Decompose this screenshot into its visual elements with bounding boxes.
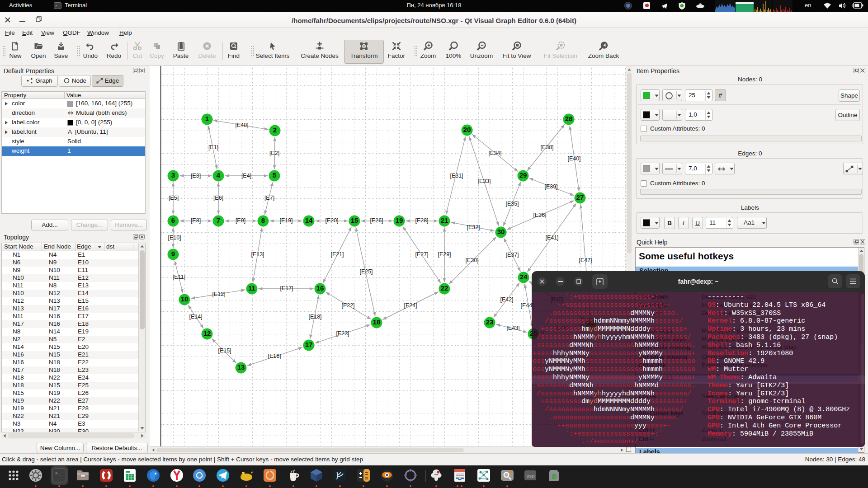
svg-text:24: 24 <box>520 273 528 281</box>
svg-text:3: 3 <box>171 171 175 179</box>
svg-text:[E25]: [E25] <box>359 268 373 275</box>
svg-text:8: 8 <box>261 216 265 224</box>
svg-text:[E27]: [E27] <box>415 251 428 258</box>
svg-text:[E8]: [E8] <box>191 217 201 224</box>
svg-text:[E5]: [E5] <box>169 195 179 201</box>
svg-text:15: 15 <box>351 216 359 224</box>
svg-text:[E41]: [E41] <box>545 235 558 241</box>
svg-text:9: 9 <box>171 250 175 258</box>
svg-text:11: 11 <box>248 284 255 292</box>
svg-text:20: 20 <box>463 126 471 133</box>
svg-text:[E28]: [E28] <box>415 217 428 224</box>
svg-text:2: 2 <box>273 126 277 134</box>
svg-text:[E30]: [E30] <box>465 257 478 263</box>
svg-text:28: 28 <box>565 115 573 122</box>
svg-text:[E36]: [E36] <box>533 212 546 218</box>
svg-text:[E13]: [E13] <box>251 251 264 258</box>
svg-text:[E22]: [E22] <box>341 302 354 309</box>
svg-text:7: 7 <box>217 216 220 224</box>
svg-text:[E12]: [E12] <box>212 291 225 297</box>
svg-text:[E21]: [E21] <box>330 251 344 258</box>
svg-text:[E14]: [E14] <box>189 314 202 320</box>
svg-text:[E47]: [E47] <box>579 257 592 263</box>
svg-text:19: 19 <box>396 216 403 224</box>
svg-text:[E35]: [E35] <box>505 201 519 207</box>
svg-text:[E4]: [E4] <box>241 173 251 179</box>
svg-text:5: 5 <box>273 171 276 179</box>
svg-text:[E48]: [E48] <box>235 122 248 128</box>
svg-text:17: 17 <box>305 341 313 348</box>
svg-text:[E34]: [E34] <box>488 150 501 156</box>
svg-text:[E26]: [E26] <box>370 217 383 224</box>
svg-text:30: 30 <box>497 228 505 235</box>
svg-text:1: 1 <box>205 115 209 122</box>
svg-text:10: 10 <box>181 295 189 303</box>
svg-text:[E43]: [E43] <box>506 325 519 331</box>
svg-text:[E15]: [E15] <box>218 347 231 354</box>
svg-text:[E24]: [E24] <box>404 302 417 309</box>
svg-text:[E23]: [E23] <box>336 330 349 337</box>
svg-text:13: 13 <box>237 363 245 371</box>
svg-text:4: 4 <box>217 171 221 179</box>
svg-text:[E19]: [E19] <box>279 217 292 224</box>
svg-text:[E16]: [E16] <box>268 353 281 359</box>
svg-text:14: 14 <box>305 216 313 224</box>
svg-text:[E37]: [E37] <box>505 252 519 258</box>
svg-text:[E6]: [E6] <box>213 195 223 201</box>
svg-text:27: 27 <box>576 193 584 201</box>
svg-text:23: 23 <box>486 318 494 326</box>
svg-text:[E33]: [E33] <box>477 178 491 184</box>
svg-text:SSD: SSD <box>526 474 535 479</box>
svg-text:29: 29 <box>519 171 527 179</box>
svg-text:[E11]: [E11] <box>173 274 185 280</box>
svg-text:[E9]: [E9] <box>236 217 245 224</box>
svg-text:[E3]: [E3] <box>191 173 201 179</box>
svg-text:21: 21 <box>441 216 448 224</box>
svg-text:6: 6 <box>171 216 175 224</box>
svg-text:[E18]: [E18] <box>308 314 321 320</box>
svg-text:[E2]: [E2] <box>269 150 279 156</box>
svg-text:[E31]: [E31] <box>450 173 463 179</box>
svg-text:22: 22 <box>441 284 448 292</box>
svg-text:>_: >_ <box>55 471 61 476</box>
svg-text:[E39]: [E39] <box>544 183 557 190</box>
svg-text:16: 16 <box>316 284 324 292</box>
svg-text:[E42]: [E42] <box>500 296 513 303</box>
svg-text:[E40]: [E40] <box>567 155 580 162</box>
svg-text:[E7]: [E7] <box>264 195 274 201</box>
svg-text:[E38]: [E38] <box>540 144 553 150</box>
svg-text:18: 18 <box>373 318 381 326</box>
svg-text:[E29]: [E29] <box>438 251 451 258</box>
svg-text:[E32]: [E32] <box>467 224 480 230</box>
svg-text:[E10]: [E10] <box>168 235 181 241</box>
svg-text:12: 12 <box>203 329 211 337</box>
svg-text:[E1]: [E1] <box>208 144 218 150</box>
svg-text:[E20]: [E20] <box>325 217 338 224</box>
svg-text:[E17]: [E17] <box>280 285 293 291</box>
